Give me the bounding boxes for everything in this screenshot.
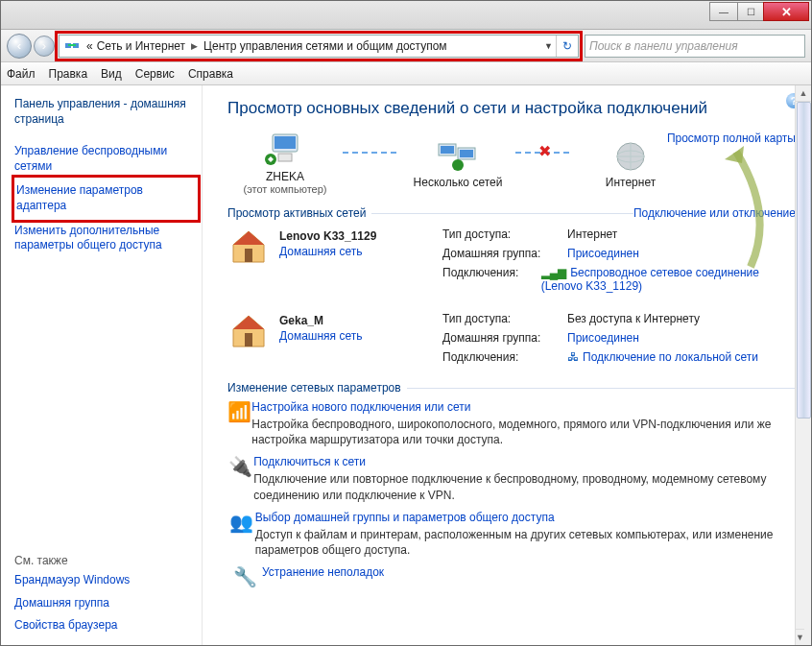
scroll-up-button[interactable]: ▲: [796, 85, 811, 102]
scrollbar[interactable]: ▲ ▼: [795, 85, 811, 645]
computer-icon: [227, 132, 343, 170]
node-sub: (этот компьютер): [227, 183, 343, 195]
chevron-right-icon: ▶: [187, 41, 202, 51]
network-type-link[interactable]: Домашняя сеть: [279, 245, 442, 258]
task-troubleshoot[interactable]: 🔧 Устранение неполадок: [227, 565, 796, 588]
network-map: ZHEKA (этот компьютер) Несколько сетей И…: [227, 128, 796, 201]
breadcrumb-chevrons[interactable]: «: [84, 39, 95, 53]
label-homegroup: Домашняя группа:: [442, 331, 567, 345]
task-desc: Доступ к файлам и принтерам, расположенн…: [255, 527, 796, 558]
scroll-down-button[interactable]: ▼: [796, 629, 804, 645]
label-access: Тип доступа:: [442, 227, 567, 241]
breadcrumb-item[interactable]: Центр управления сетями и общим доступом: [202, 39, 449, 53]
section-label: Просмотр активных сетей: [227, 206, 366, 220]
minimize-button[interactable]: —: [709, 2, 738, 21]
node-label: Несколько сетей: [400, 176, 515, 189]
connection-link[interactable]: Подключение по локальной сети: [583, 350, 758, 364]
value-access: Без доступа к Интернету: [567, 312, 700, 325]
menu-view[interactable]: Вид: [101, 67, 122, 81]
connection-line: [343, 152, 400, 154]
sidebar-home[interactable]: Панель управления - домашняя страница: [14, 93, 198, 131]
breadcrumb-item[interactable]: Сеть и Интернет: [95, 39, 187, 53]
svg-rect-15: [245, 333, 252, 347]
connection-line-broken: [515, 152, 573, 154]
nav-row: ‹ › « Сеть и Интернет ▶ Центр управления…: [1, 30, 811, 62]
sidebar-sharing[interactable]: Изменить дополнительные параметры общего…: [14, 220, 198, 257]
sidebar-see-also-label: См. также: [14, 554, 198, 567]
svg-rect-3: [275, 136, 296, 149]
menu-file[interactable]: Файл: [7, 67, 36, 81]
node-multi[interactable]: Несколько сетей: [400, 137, 515, 189]
wizard-icon: 📶: [227, 400, 251, 447]
svg-rect-9: [460, 150, 473, 157]
full-map-link[interactable]: Просмотр полной карты: [667, 132, 796, 145]
sidebar-wireless[interactable]: Управление беспроводными сетями: [14, 140, 198, 178]
network-name: Geka_M: [279, 314, 323, 327]
network-type-link[interactable]: Домашняя сеть: [279, 329, 442, 343]
label-access: Тип доступа:: [442, 312, 567, 325]
task-link[interactable]: Настройка нового подключения или сети: [251, 400, 470, 414]
sidebar-firewall[interactable]: Брандмауэр Windows: [14, 569, 198, 592]
svg-rect-4: [278, 154, 292, 161]
scroll-thumb[interactable]: [797, 102, 811, 419]
task-connect[interactable]: 🔌 Подключиться к сетиПодключение или пов…: [227, 455, 796, 502]
network-icon: [400, 137, 515, 176]
home-icon: [227, 310, 279, 368]
sidebar-adapter[interactable]: Изменение параметров адаптера: [14, 178, 198, 219]
dropdown-icon[interactable]: ▼: [544, 41, 553, 51]
value-access: Интернет: [567, 227, 617, 241]
network-block: Geka_M Домашняя сеть Тип доступа:Без дос…: [227, 310, 796, 368]
sidebar-homegroup[interactable]: Домашняя группа: [14, 592, 198, 615]
menu-edit[interactable]: Правка: [49, 67, 88, 81]
label-homegroup: Домашняя группа:: [442, 247, 567, 260]
task-new-connection[interactable]: 📶 Настройка нового подключения или сетиН…: [227, 400, 796, 447]
settings-header: Изменение сетевых параметров: [227, 381, 796, 395]
menu-help[interactable]: Справка: [188, 67, 233, 81]
main-content: ? Просмотр основных сведений о сети и на…: [203, 85, 811, 645]
homegroup-link[interactable]: Присоединен: [567, 331, 639, 345]
network-block: Lenovo K33_1129 Домашняя сеть Тип доступ…: [227, 226, 796, 297]
ethernet-icon: 🖧: [567, 350, 579, 364]
node-label: ZHEKA: [227, 170, 343, 183]
homegroup-icon: 👥: [227, 511, 255, 558]
home-icon: [227, 226, 279, 297]
node-internet[interactable]: Интернет: [573, 137, 688, 189]
task-desc: Подключение или повторное подключение к …: [253, 471, 796, 502]
sidebar: Панель управления - домашняя страница Уп…: [1, 85, 203, 645]
wifi-icon: ▂▄▆: [541, 266, 567, 279]
node-this-pc[interactable]: ZHEKA (этот компьютер): [227, 132, 343, 195]
svg-rect-7: [441, 146, 454, 154]
titlebar: — ☐ ✕: [1, 1, 811, 30]
label-connections: Подключения:: [442, 350, 567, 364]
location-icon: [63, 37, 81, 55]
label-connections: Подключения:: [442, 266, 541, 293]
svg-point-10: [452, 159, 464, 171]
node-label: Интернет: [573, 176, 688, 189]
connect-disconnect-link[interactable]: Подключение или отключение: [633, 206, 796, 220]
task-desc: Настройка беспроводного, широкополосного…: [251, 417, 796, 447]
refresh-button[interactable]: ↻: [556, 36, 577, 57]
page-title: Просмотр основных сведений о сети и наст…: [227, 99, 796, 118]
task-link[interactable]: Выбор домашней группы и параметров общег…: [255, 511, 555, 524]
menu-bar: Файл Правка Вид Сервис Справка: [1, 62, 811, 85]
close-button[interactable]: ✕: [763, 2, 809, 21]
menu-tools[interactable]: Сервис: [135, 67, 175, 81]
maximize-button[interactable]: ☐: [737, 2, 764, 21]
connect-icon: 🔌: [227, 455, 253, 502]
task-link[interactable]: Подключиться к сети: [253, 455, 366, 468]
network-name: Lenovo K33_1129: [279, 229, 376, 243]
window: — ☐ ✕ ‹ › « Сеть и Интернет ▶ Центр упра…: [0, 0, 812, 646]
search-input[interactable]: Поиск в панели управления: [585, 35, 805, 58]
section-label: Изменение сетевых параметров: [227, 381, 401, 395]
sidebar-browser[interactable]: Свойства браузера: [14, 614, 198, 637]
forward-button[interactable]: ›: [34, 36, 55, 57]
back-button[interactable]: ‹: [7, 34, 32, 59]
homegroup-link[interactable]: Присоединен: [567, 247, 639, 260]
svg-rect-14: [245, 249, 252, 262]
troubleshoot-icon: 🔧: [227, 565, 262, 588]
task-link[interactable]: Устранение неполадок: [262, 565, 384, 579]
address-bar[interactable]: « Сеть и Интернет ▶ Центр управления сет…: [59, 35, 579, 58]
connection-link[interactable]: Беспроводное сетевое соединение (Lenovo …: [541, 266, 759, 293]
active-networks-header: Просмотр активных сетей Подключение или …: [227, 206, 796, 220]
task-homegroup[interactable]: 👥 Выбор домашней группы и параметров общ…: [227, 511, 796, 558]
